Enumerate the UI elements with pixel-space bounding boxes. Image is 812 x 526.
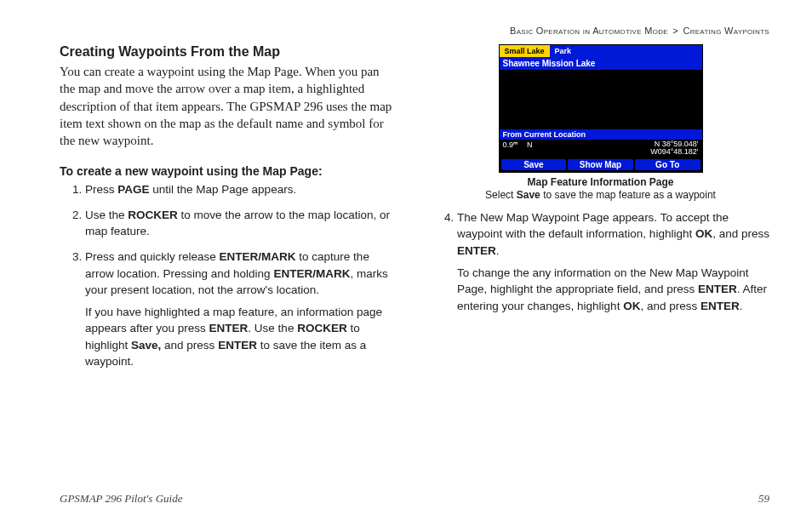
device-buttons: Save Show Map Go To xyxy=(500,157,702,172)
procedure-steps-right: The New Map Waypoint Page appears. To ac… xyxy=(432,209,769,314)
step-text: and press xyxy=(161,339,218,352)
device-title: Shawnee Mission Lake xyxy=(500,57,702,70)
page-footer: GPSMAP 296 Pilot's Guide 59 xyxy=(60,492,769,506)
key-save: Save, xyxy=(131,339,161,352)
device-distance: 0.9ᵐ xyxy=(503,140,519,157)
figure-subcaption: Select Save to save the map feature as a… xyxy=(485,189,716,201)
device-tab-active: Small Lake xyxy=(500,45,550,57)
device-info-row: 0.9ᵐ N N 38°59.048' W094°48.182' xyxy=(500,140,702,157)
step-text: Press xyxy=(85,183,117,196)
step-text: The New Map Waypoint Page appears. To ac… xyxy=(457,211,729,241)
device-btn-showmap: Show Map xyxy=(568,159,633,170)
intro-paragraph: You can create a waypoint using the Map … xyxy=(60,63,397,149)
fig-sub-text: Select xyxy=(485,189,517,201)
device-figure: Small Lake Park Shawnee Mission Lake Fro… xyxy=(432,44,769,201)
procedure-steps-left: Press PAGE until the Map Page appears. U… xyxy=(60,181,397,370)
device-btn-save: Save xyxy=(501,159,567,170)
key-enter: ENTER xyxy=(209,322,249,334)
left-column: Creating Waypoints From the Map You can … xyxy=(60,44,397,379)
step-4: The New Map Waypoint Page appears. To ac… xyxy=(457,209,769,314)
device-info-left: 0.9ᵐ N xyxy=(503,140,533,157)
footer-guide-name: GPSMAP 296 Pilot's Guide xyxy=(60,492,182,506)
device-tab-inactive: Park xyxy=(550,45,577,57)
step-3-note: If you have highlighted a map feature, a… xyxy=(85,304,397,370)
device-btn-goto: Go To xyxy=(635,159,700,170)
section-title: Creating Waypoints From the Map xyxy=(60,44,397,60)
key-enter: ENTER xyxy=(457,244,496,257)
step-1: Press PAGE until the Map Page appears. xyxy=(85,181,397,198)
step-text: . xyxy=(496,244,500,257)
step-text: until the Map Page appears. xyxy=(150,183,297,196)
footer-page-number: 59 xyxy=(758,492,769,506)
breadcrumb-sub: Creating Waypoints xyxy=(683,26,769,36)
figure-caption: Map Feature Information Page xyxy=(527,176,673,188)
procedure-heading: To create a new waypoint using the Map P… xyxy=(60,164,397,178)
device-subtitle: From Current Location xyxy=(500,129,702,140)
device-tabs: Small Lake Park xyxy=(500,45,702,57)
step-3: Press and quickly release ENTER/MARK to … xyxy=(85,249,397,370)
fig-sub-save: Save xyxy=(517,189,540,201)
step-text: . Use the xyxy=(248,322,297,334)
two-column-layout: Creating Waypoints From the Map You can … xyxy=(60,44,769,379)
fig-sub-text: to save the map feature as a waypoint xyxy=(540,189,716,201)
step-2: Use the ROCKER to move the arrow to the … xyxy=(85,207,397,240)
device-info-right: N 38°59.048' W094°48.182' xyxy=(650,140,698,157)
device-map-area xyxy=(500,70,702,129)
key-ok: OK xyxy=(695,227,712,240)
key-ok: OK xyxy=(623,300,640,312)
key-enter-mark: ENTER/MARK xyxy=(220,250,296,263)
key-enter: ENTER xyxy=(218,339,257,352)
breadcrumb-sep: > xyxy=(672,26,678,36)
device-direction: N xyxy=(527,140,533,157)
key-rocker: ROCKER xyxy=(128,209,178,221)
step-text: , and press xyxy=(640,300,700,312)
step-text: . xyxy=(740,300,743,312)
step-text: , and press xyxy=(712,227,769,240)
step-text: Use the xyxy=(85,209,128,221)
document-page: Basic Operation in Automotive Mode > Cre… xyxy=(0,0,812,526)
breadcrumb-section: Basic Operation in Automotive Mode xyxy=(510,26,668,36)
breadcrumb: Basic Operation in Automotive Mode > Cre… xyxy=(60,26,769,36)
key-page: PAGE xyxy=(117,183,149,196)
device-screenshot: Small Lake Park Shawnee Mission Lake Fro… xyxy=(499,44,703,173)
key-enter: ENTER xyxy=(698,283,737,295)
step-4-note: To change the any information on the New… xyxy=(457,265,769,315)
key-rocker: ROCKER xyxy=(297,322,347,334)
device-coord-lon: W094°48.182' xyxy=(650,148,698,156)
right-column: Small Lake Park Shawnee Mission Lake Fro… xyxy=(432,44,769,379)
step-text: Press and quickly release xyxy=(85,250,220,263)
key-enter: ENTER xyxy=(700,300,740,312)
key-enter-mark: ENTER/MARK xyxy=(273,267,350,280)
device-tab-filler xyxy=(576,45,701,57)
